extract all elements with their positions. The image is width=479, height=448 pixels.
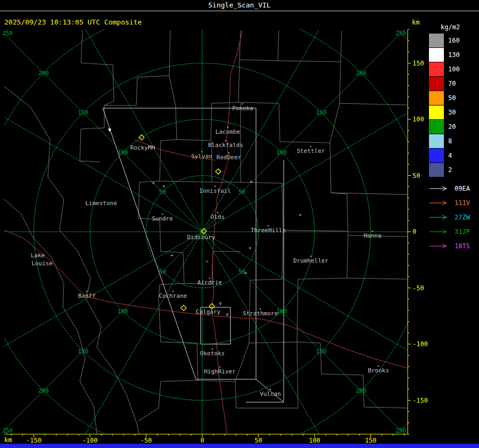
county-boundaries-path — [282, 230, 283, 279]
city-dot — [162, 214, 163, 215]
point-marker: v — [219, 300, 221, 306]
range-label: 150 — [316, 348, 327, 355]
city-label: Stettler — [297, 148, 325, 154]
city-label: Lake — [31, 252, 45, 259]
device-legend: 09EA111V27ZW31JP18TS — [429, 181, 479, 253]
city-dot — [372, 231, 373, 232]
range-label: 200 — [356, 387, 366, 394]
device-legend-entry: 27ZW — [429, 210, 479, 224]
city-label: RockyMH — [130, 144, 155, 151]
y-tick-label: 0 — [412, 228, 416, 235]
colorbar-entry: 4 — [429, 148, 479, 162]
city-label: Sundre — [152, 215, 173, 222]
colorbar-value: 130 — [448, 51, 460, 59]
county-boundaries-path — [104, 30, 170, 105]
colorbar-entry: 130 — [429, 47, 479, 62]
city-dot — [172, 291, 174, 292]
radar-map[interactable]: 5050505010010010010015015015015020020020… — [0, 0, 479, 448]
range-label: 100 — [118, 308, 128, 315]
range-label: 200 — [38, 70, 49, 77]
range-label: 100 — [276, 149, 287, 156]
device-id: 09EA — [455, 185, 470, 192]
city-label: Didsbury — [187, 234, 216, 241]
county-boundaries-path — [240, 30, 279, 61]
range-label: 250 — [395, 427, 406, 434]
point-marker: + — [249, 245, 252, 250]
county-boundaries-path — [278, 31, 342, 62]
city-dot — [214, 186, 216, 187]
colorbar-swatch — [429, 163, 444, 177]
city-label: Louise — [31, 260, 53, 267]
colorbar-value: 2 — [448, 166, 452, 174]
colorbar-value: 4 — [448, 152, 452, 159]
radar-site-marker — [139, 135, 144, 140]
radar-site-marker — [216, 169, 221, 174]
county-boundaries-path — [4, 199, 97, 434]
point-marker: + — [170, 252, 174, 258]
highways-path — [213, 316, 407, 368]
range-label: 50 — [159, 189, 166, 196]
city-dot — [212, 348, 213, 349]
colorbar-swatch — [429, 91, 444, 105]
x-tick-label: 50 — [254, 437, 262, 444]
range-label: 250 — [2, 427, 13, 434]
city-label: Cochrane — [159, 292, 187, 299]
colorbar-swatch — [429, 48, 444, 62]
scan-coverage-outline — [103, 108, 284, 402]
colorbar-entry: 160 — [429, 33, 479, 47]
county-boundaries-path — [235, 343, 249, 381]
city-label: Innisfail — [199, 188, 231, 194]
county-boundaries-path — [80, 30, 114, 162]
city-dot — [227, 127, 228, 128]
colorbar-value: 8 — [448, 137, 452, 145]
city-dot — [201, 151, 202, 152]
bottom-axis-unit: km — [4, 436, 12, 444]
county-boundaries-path — [138, 218, 198, 421]
city-label: Blackfalds — [208, 142, 243, 149]
device-id: 27ZW — [455, 214, 470, 221]
colorbar-swatch — [429, 77, 444, 91]
city-dot — [219, 366, 220, 368]
colorbar: 16013010070503020842 — [429, 33, 479, 177]
county-boundaries-path — [238, 60, 330, 143]
device-arrow-icon — [429, 185, 451, 192]
device-legend-entry: 31JP — [429, 224, 479, 239]
colorbar-swatch — [429, 62, 444, 76]
city-label: Drumheller — [293, 257, 329, 264]
graticule — [0, 0, 479, 448]
range-label: 150 — [78, 109, 88, 116]
y-tick-label: -100 — [412, 340, 428, 348]
county-boundaries-path — [340, 62, 407, 105]
colorbar-entry: 30 — [429, 105, 479, 119]
timestamp: 2025/09/23 10:13:05 UTC Composite — [4, 18, 142, 26]
right-axis-unit: km — [412, 19, 419, 26]
city-label: Hanna — [364, 232, 381, 239]
city-dot — [86, 291, 87, 292]
county-boundaries-path — [160, 181, 212, 182]
colorbar-swatch — [429, 34, 444, 47]
city-dot — [242, 103, 243, 104]
y-tick-label: 150 — [412, 60, 424, 67]
point-marker: ^ — [205, 260, 209, 265]
highways-path — [4, 230, 212, 315]
city-dot — [260, 308, 261, 309]
range-label: 100 — [118, 149, 128, 156]
device-arrow-icon — [429, 243, 451, 249]
city-label: HighRiver — [204, 368, 236, 375]
device-id: 111V — [455, 199, 470, 207]
window-title: Single_Scan_VIL — [0, 0, 479, 11]
device-arrow-icon — [429, 200, 451, 206]
city-dot — [209, 278, 210, 279]
city-dot — [228, 152, 229, 153]
colorbar-swatch — [429, 120, 444, 134]
range-label: 200 — [38, 387, 49, 394]
device-legend-entry: 18TS — [429, 239, 479, 253]
range-label: 250 — [2, 30, 13, 37]
device-arrow-icon — [429, 214, 451, 221]
colorbar-value: 160 — [448, 37, 460, 44]
range-label: 100 — [276, 308, 287, 315]
point-marker: ▼ — [108, 127, 111, 133]
point-marker: + — [244, 270, 247, 275]
range-label: 50 — [238, 189, 245, 196]
y-tick-label: 50 — [412, 172, 420, 180]
